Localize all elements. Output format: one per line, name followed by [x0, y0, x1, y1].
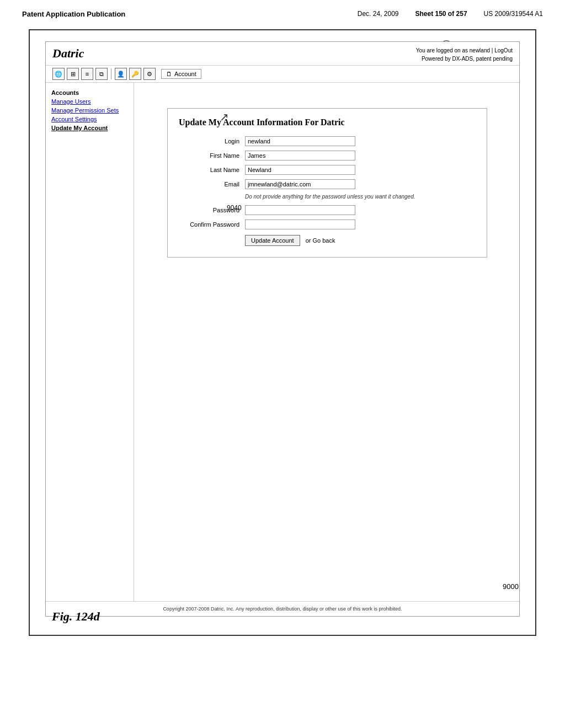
header-sheet: Sheet 150 of 257 [415, 10, 467, 18]
last-name-row: Last Name [179, 165, 476, 175]
email-row: Email [179, 179, 476, 189]
form-actions: Update Account or Go back [245, 235, 476, 246]
toolbar-icon-settings[interactable]: ⚙ [143, 68, 156, 80]
app-body: Accounts Manage Users Manage Permission … [46, 83, 519, 601]
header-right: Dec. 24, 2009 Sheet 150 of 257 US 2009/3… [358, 10, 543, 18]
toolbar-icon-globe[interactable]: 🌐 [52, 68, 65, 80]
arrow-indicator: ↗ [220, 110, 229, 124]
password-row: Password [179, 205, 476, 215]
main-panel: 9040 ↗ Update My Account Information For… [134, 83, 519, 601]
toolbar-icon-key[interactable]: 🔑 [129, 68, 141, 80]
copyright-text: Copyright 2007-2008 Datric, Inc. Any rep… [46, 601, 519, 616]
icon-toolbar: 🌐 ⊞ ≡ ⧉ 👤 🔑 ⚙ 🗒 Account [46, 66, 519, 83]
login-label: Login [179, 138, 245, 144]
toolbar-icon-person[interactable]: 👤 [115, 68, 127, 80]
confirm-password-row: Confirm Password [179, 220, 476, 229]
login-row: Login [179, 136, 476, 146]
page-header: Patent Application Publication Dec. 24, … [0, 0, 565, 24]
sidebar: Accounts Manage Users Manage Permission … [46, 83, 134, 601]
toolbar-icon-layers[interactable]: ⧉ [95, 68, 108, 80]
email-label: Email [179, 181, 245, 188]
app-window: Datric You are logged on as newland | Lo… [45, 41, 520, 617]
ref-9000: 9000 [503, 582, 519, 591]
account-tab-label: Account [174, 71, 196, 77]
app-logo: Datric [52, 46, 84, 61]
toolbar-icon-list[interactable]: ≡ [81, 68, 93, 80]
sidebar-link-account-settings[interactable]: Account Settings [46, 115, 134, 124]
app-user-info: You are logged on as newland | LogOut Po… [416, 46, 513, 63]
email-input[interactable] [245, 179, 355, 189]
user-info-line2: Powered by DX-ADS, patent pending [416, 55, 513, 63]
account-icon: 🗒 [166, 71, 172, 77]
sidebar-link-manage-permission-sets[interactable]: Manage Permission Sets [46, 106, 134, 115]
toolbar-icon-grid[interactable]: ⊞ [67, 68, 79, 80]
account-tab[interactable]: 🗒 Account [161, 69, 201, 79]
fig-label: Fig. 124d [52, 609, 100, 624]
last-name-label: Last Name [179, 167, 245, 173]
or-text: or Go back [306, 237, 335, 244]
header-publication-title: Patent Application Publication [22, 10, 125, 18]
first-name-input[interactable] [245, 151, 355, 160]
confirm-password-label: Confirm Password [179, 221, 245, 228]
sidebar-link-manage-users[interactable]: Manage Users [46, 97, 134, 106]
ref-9040: 9040 [227, 204, 242, 212]
sidebar-section-accounts: Accounts [46, 87, 134, 97]
form-panel: Update My Account Information For Datric… [167, 108, 487, 258]
password-input[interactable] [245, 205, 355, 215]
first-name-label: First Name [179, 152, 245, 159]
last-name-input[interactable] [245, 165, 355, 175]
first-name-row: First Name [179, 151, 476, 160]
toolbar-divider [111, 68, 111, 79]
app-topbar: Datric You are logged on as newland | Lo… [46, 42, 519, 66]
main-content: ⊙ Datric You are logged on as newland | … [0, 24, 565, 647]
password-hint: Do not provide anything for the password… [245, 194, 476, 200]
sidebar-link-update-my-account[interactable]: Update My Account [46, 124, 134, 132]
header-date: Dec. 24, 2009 [358, 10, 399, 18]
user-info-line1: You are logged on as newland | LogOut [416, 46, 513, 55]
confirm-password-input[interactable] [245, 220, 355, 229]
header-patent: US 2009/319544 A1 [484, 10, 543, 18]
login-input[interactable] [245, 136, 355, 146]
diagram-outer: ⊙ Datric You are logged on as newland | … [29, 29, 536, 636]
update-account-button[interactable]: Update Account [245, 235, 300, 246]
